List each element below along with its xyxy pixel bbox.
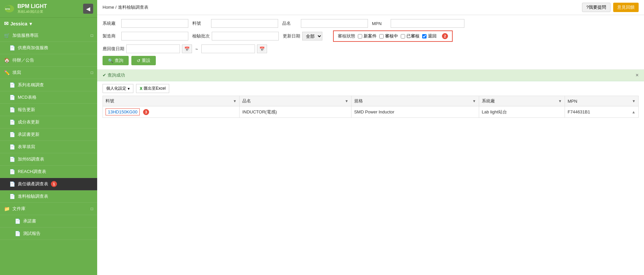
inspection-batch-input[interactable]: [212, 32, 279, 40]
menu-label: 測試報告: [23, 231, 41, 237]
reply-date-label: 應回復日期: [103, 46, 124, 52]
scroll-up-icon[interactable]: ▲: [632, 110, 636, 114]
sidebar-item-commitment-update[interactable]: 📄 承諾書更新: [0, 128, 97, 141]
sidebar-item-commitment[interactable]: 📄 承諾書: [0, 215, 97, 227]
success-bar: ✔ 查詢成功 ×: [97, 70, 644, 81]
sidebar-item-incoming-inspection[interactable]: 📄 進料檢驗調查表: [0, 190, 97, 203]
new-case-label[interactable]: 新案件: [364, 33, 377, 39]
filter-icon-product-name[interactable]: ▼: [345, 99, 348, 103]
menu-label: 系列名稱調查: [18, 82, 44, 88]
manufacturer-input[interactable]: [121, 32, 188, 40]
calendar-icon-from[interactable]: 📅: [182, 44, 192, 53]
breadcrumb: Home / 進料檢驗調查表: [103, 4, 148, 10]
system-factory-input[interactable]: [121, 19, 188, 28]
returned-label[interactable]: 退回: [428, 33, 437, 39]
col-system-factory: 系統廠 ▼: [479, 96, 565, 106]
product-name-input[interactable]: [301, 19, 368, 28]
main-content: Home / 進料檢驗調查表 ?我要提問 意見回饋 系統廠 料號 品名: [97, 0, 644, 275]
menu-label: 文件庫: [12, 206, 25, 212]
sidebar-item-form-fill[interactable]: 📄 表單填寫: [0, 141, 97, 153]
sidebar-item-pending[interactable]: 🏠 待辦／公告: [0, 54, 97, 67]
folder-icon: 📁: [4, 206, 10, 211]
topbar-buttons: ?我要提問 意見回饋: [582, 3, 639, 12]
sidebar-item-mcd[interactable]: 📄 MCD表格: [0, 91, 97, 104]
sidebar-item-conflict-mineral[interactable]: 📄 責任礦產調查表 1: [0, 178, 97, 190]
doc-icon: 📄: [9, 95, 15, 100]
manufacturer-label: 製造商: [103, 33, 119, 39]
update-date-label: 更新日期: [283, 33, 300, 39]
calendar-icon-to[interactable]: 📅: [257, 44, 267, 53]
breadcrumb-home[interactable]: Home: [103, 5, 114, 10]
part-no-group: 料號: [192, 19, 278, 28]
user-area[interactable]: ✉ Jessica ▾: [0, 18, 97, 29]
form-buttons: 🔍 查詢 ↺ 重設: [103, 56, 639, 65]
table-area: 個人化設定 ▾ X 匯出至Excel 料號 ▼: [97, 81, 644, 275]
returned-checkbox[interactable]: [422, 34, 427, 38]
svg-text:BPM: BPM: [5, 8, 10, 10]
filter-icon-mpn[interactable]: ▼: [632, 99, 636, 103]
filter-icon-spec[interactable]: ▼: [472, 99, 476, 103]
col-mpn: MPN ▼: [565, 96, 639, 106]
cell-product-name: INDUCTOR(電感): [240, 106, 351, 118]
menu-label: 填寫: [12, 70, 21, 76]
sidebar-item-added-service[interactable]: 🛒 加值服務專區 □: [0, 29, 97, 42]
table-toolbar: 個人化設定 ▾ X 匯出至Excel: [103, 84, 639, 93]
cell-system-factory: Lab light站台: [479, 106, 565, 118]
search-button[interactable]: 🔍 查詢: [103, 56, 129, 65]
reviewing-label[interactable]: 審核中: [385, 33, 398, 39]
filter-icon-part-no[interactable]: ▼: [233, 99, 237, 103]
part-no-link[interactable]: 13HD150KG00: [106, 108, 140, 115]
reply-date-from-input[interactable]: [126, 44, 180, 53]
reviewed-group: 已審核: [401, 33, 420, 39]
home-icon: 🏠: [4, 58, 10, 63]
menu-label: 責任礦產調查表: [18, 181, 48, 187]
reset-button[interactable]: ↺ 重設: [131, 56, 156, 65]
close-button[interactable]: ×: [636, 72, 639, 78]
sidebar-header: BPM BPM LIGHT 系統Lab測試企業 ◀: [0, 0, 97, 18]
update-date-select[interactable]: 全部: [302, 32, 322, 40]
doc-icon: 📄: [9, 194, 15, 199]
part-no-label: 料號: [192, 20, 209, 26]
sidebar-item-ingredient-update[interactable]: 📄 成分表更新: [0, 116, 97, 128]
logo-sub: 系統Lab測試企業: [17, 9, 47, 14]
export-button[interactable]: X 匯出至Excel: [136, 84, 169, 93]
sidebar-item-supplier-service[interactable]: 📄 供應商加值服務: [0, 42, 97, 54]
excel-icon: X: [140, 86, 142, 91]
dropdown-arrow-icon: ▾: [128, 86, 130, 91]
personalize-button[interactable]: 個人化設定 ▾: [103, 84, 133, 93]
sidebar-item-fill[interactable]: ✏️ 填寫 □: [0, 67, 97, 79]
menu-label: 進料檢驗調查表: [18, 193, 48, 199]
doc-icon: 📄: [9, 157, 15, 162]
back-button[interactable]: ◀: [83, 4, 93, 14]
question-button[interactable]: ?我要提問: [582, 3, 610, 12]
topbar: Home / 進料檢驗調查表 ?我要提問 意見回饋: [97, 0, 644, 15]
menu-label: 成分表更新: [18, 119, 40, 125]
doc-icon: 📄: [15, 218, 20, 224]
sidebar-item-test-report[interactable]: 📄 測試報告: [0, 227, 97, 240]
new-case-checkbox[interactable]: [358, 34, 362, 38]
collapse-icon: □: [91, 206, 93, 211]
sidebar-item-series-name[interactable]: 📄 系列名稱調查: [0, 79, 97, 91]
mpn-input[interactable]: [391, 19, 464, 28]
inspection-batch-group: 檢驗批次: [192, 32, 279, 40]
doc-icon: 📄: [9, 119, 15, 125]
audit-status-box: 審核狀態 新案件 審核中 已審核 退回: [333, 30, 453, 42]
feedback-button[interactable]: 意見回饋: [613, 3, 639, 12]
reply-date-to-input[interactable]: [201, 44, 255, 53]
sidebar-item-document-library[interactable]: 📁 文件庫 □: [0, 203, 97, 215]
sidebar-item-report-update[interactable]: 📄 報告更新: [0, 104, 97, 116]
sidebar-item-reach[interactable]: 📄 REACH調查表: [0, 166, 97, 178]
sidebar-item-ca65[interactable]: 📄 加州65調查表: [0, 153, 97, 166]
form-row-1: 系統廠 料號 品名 MPN: [103, 19, 639, 28]
menu-label: 待辦／公告: [12, 57, 34, 63]
manufacturer-group: 製造商: [103, 32, 188, 40]
doc-icon: 📄: [9, 144, 15, 150]
reviewed-label[interactable]: 已審核: [406, 33, 420, 39]
search-form: 系統廠 料號 品名 MPN 製造商 檢驗批次: [97, 15, 644, 70]
part-no-input[interactable]: [211, 19, 278, 28]
reviewed-checkbox[interactable]: [401, 34, 405, 38]
reviewing-checkbox[interactable]: [379, 34, 384, 38]
username: Jessica: [10, 21, 27, 26]
doc-icon: 📄: [9, 181, 15, 187]
filter-icon-system-factory[interactable]: ▼: [558, 99, 562, 103]
